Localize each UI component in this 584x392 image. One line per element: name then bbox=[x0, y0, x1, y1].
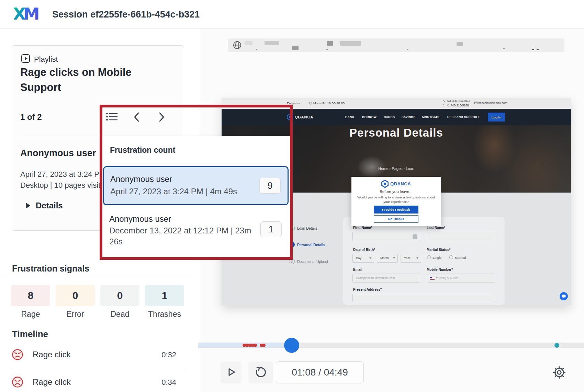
modal-heading: Before you leave... bbox=[351, 189, 441, 194]
first-name-label: First Name* bbox=[353, 226, 372, 230]
last-name-input bbox=[427, 232, 495, 241]
single-radio bbox=[427, 255, 431, 259]
autofill-icon: ⋯ bbox=[413, 234, 417, 239]
mobile-placeholder: (201) 555-0123 bbox=[439, 276, 459, 280]
nav-item-bank: BANK bbox=[345, 115, 354, 119]
redacted-block bbox=[457, 42, 463, 46]
chevron-down-icon bbox=[393, 257, 395, 259]
stepper-label-documents-upload: Documents Upload bbox=[297, 260, 328, 264]
rage-face-icon bbox=[11, 348, 24, 361]
redacted-mark bbox=[326, 49, 328, 50]
signal-dead-label: Dead bbox=[100, 310, 139, 319]
play-icon bbox=[225, 366, 237, 379]
first-name-input: ⋯ bbox=[352, 232, 420, 241]
stepper-label-loan-details: Loan Details bbox=[297, 226, 317, 230]
single-label: Single bbox=[433, 256, 441, 260]
mobile-number-label: Mobile Number* bbox=[427, 268, 453, 272]
signal-dead-count: 0 bbox=[100, 285, 139, 306]
timeline-event-row[interactable]: Rage click 0:34 bbox=[11, 376, 176, 392]
site-phone-2: +1 445-213-5268 bbox=[443, 104, 469, 107]
timeline-event-label: Rage click bbox=[33, 377, 71, 387]
session-item-user: Anonymous user bbox=[110, 174, 172, 184]
timeline-event-time: 0:34 bbox=[161, 378, 176, 387]
timeline-event-label: Rage click bbox=[33, 350, 71, 359]
signal-rage-count: 8 bbox=[11, 285, 50, 306]
redacted-mark bbox=[503, 48, 505, 49]
rage-marker-dot bbox=[262, 344, 266, 347]
redacted-mark bbox=[256, 49, 257, 50]
restart-button[interactable] bbox=[248, 361, 273, 383]
us-flag-icon bbox=[430, 277, 435, 280]
hexagon-logo-icon bbox=[381, 180, 389, 188]
playlist-session-item[interactable]: Anonymous user December 13, 2022 at 12:1… bbox=[103, 213, 289, 254]
signal-thrashes-label: Thrashes bbox=[145, 310, 184, 319]
site-email: bancainfo@email.com bbox=[474, 101, 507, 105]
nav-item-mortgage: MORTGAGE bbox=[422, 115, 440, 119]
details-expander[interactable]: Details bbox=[26, 201, 63, 210]
triangle-right-icon bbox=[26, 203, 30, 209]
session-item-user: Anonymous user bbox=[109, 214, 171, 224]
playlist-session-item-selected[interactable]: Anonymous user April 27, 2023 at 3:24 PM… bbox=[103, 166, 289, 205]
session-user-heading: Anonymous user bbox=[20, 148, 96, 159]
playlist-label: Playlist bbox=[34, 55, 58, 64]
signal-rage-label: Rage bbox=[11, 310, 50, 319]
frustration-count-badge: 1 bbox=[260, 221, 282, 237]
redacted-text-block bbox=[265, 41, 279, 45]
thrash-marker-dot bbox=[554, 343, 559, 348]
replay-browser-bar bbox=[228, 38, 564, 52]
playback-time-display: 01:08 / 04:49 bbox=[276, 361, 364, 383]
playlist-icon bbox=[21, 54, 30, 65]
email-label: Email bbox=[353, 268, 362, 272]
redacted-mark bbox=[407, 49, 408, 50]
provide-feedback-button: Provide Feedback bbox=[374, 206, 418, 214]
chevron-down-icon bbox=[369, 257, 371, 259]
details-label: Details bbox=[36, 201, 63, 210]
session-replay-app: X M Session ef2255fe-661b-454c-b321 Play… bbox=[0, 0, 584, 392]
redacted-mark bbox=[537, 49, 539, 50]
timeline-title: Timeline bbox=[12, 329, 48, 339]
session-device-meta: Desktop | 10 pages visited bbox=[20, 181, 109, 190]
replay-arrow-icon bbox=[254, 366, 267, 380]
email-placeholder: examplename@example.com bbox=[356, 276, 395, 280]
playhead-handle[interactable] bbox=[284, 338, 299, 353]
annotation-highlight-box: Frustration count Anonymous user April 2… bbox=[100, 105, 293, 260]
popup-heading: Frustration count bbox=[110, 146, 175, 155]
sidebar-divider bbox=[0, 277, 198, 277]
settings-button[interactable] bbox=[550, 363, 569, 382]
redacted-text-block bbox=[245, 41, 252, 45]
session-item-datetime: December 13, 2022 at 12:12 PM | 23m 26s bbox=[109, 225, 259, 247]
rage-marker-dot bbox=[254, 344, 257, 347]
signal-error-count: 0 bbox=[56, 285, 95, 306]
svg-text:M: M bbox=[23, 4, 40, 22]
play-button[interactable] bbox=[221, 361, 242, 383]
mobile-number-input: (201) 555-0123 bbox=[427, 274, 495, 283]
modal-body-text: Would you be willing to answer a few que… bbox=[357, 195, 436, 204]
gear-icon bbox=[552, 366, 566, 380]
marital-status-label: Marital Status* bbox=[427, 248, 450, 252]
email-input: examplename@example.com bbox=[352, 274, 420, 283]
feedback-modal: QBANCA Before you leave... Would you be … bbox=[351, 177, 441, 226]
present-address-input bbox=[352, 294, 495, 302]
site-login-button: Log In bbox=[488, 113, 505, 122]
nav-item-help: HELP AND SUPPORT bbox=[447, 115, 479, 119]
last-name-label: Last Name* bbox=[427, 226, 445, 230]
stepper-label-personal-details: Personal Details bbox=[297, 243, 325, 247]
chat-widget-button bbox=[560, 292, 568, 300]
timeline-event-row[interactable]: Rage click 0:32 bbox=[11, 348, 176, 367]
present-address-label: Present Address* bbox=[353, 288, 382, 291]
modal-brand: QBANCA bbox=[390, 181, 411, 186]
frustration-signals-title: Frustration signals bbox=[12, 264, 89, 274]
redacted-block bbox=[292, 46, 299, 50]
playlist-title: Rage clicks on Mobile Support bbox=[20, 65, 154, 95]
chevron-down-icon bbox=[436, 277, 438, 278]
site-hours: Mon - Fri 10:00-18:00 bbox=[309, 101, 345, 105]
timeline-event-time: 0:32 bbox=[161, 350, 176, 359]
frustration-count-badge: 9 bbox=[259, 178, 281, 194]
signal-thrashes-count: 1 bbox=[145, 285, 184, 306]
married-label: Married bbox=[455, 256, 466, 260]
globe-icon bbox=[233, 41, 242, 51]
nav-item-borrow: BORROW bbox=[362, 115, 377, 119]
page-title: Session ef2255fe-661b-454c-b321 bbox=[52, 0, 200, 29]
rage-face-icon bbox=[11, 376, 24, 389]
chevron-down-icon bbox=[416, 257, 418, 259]
